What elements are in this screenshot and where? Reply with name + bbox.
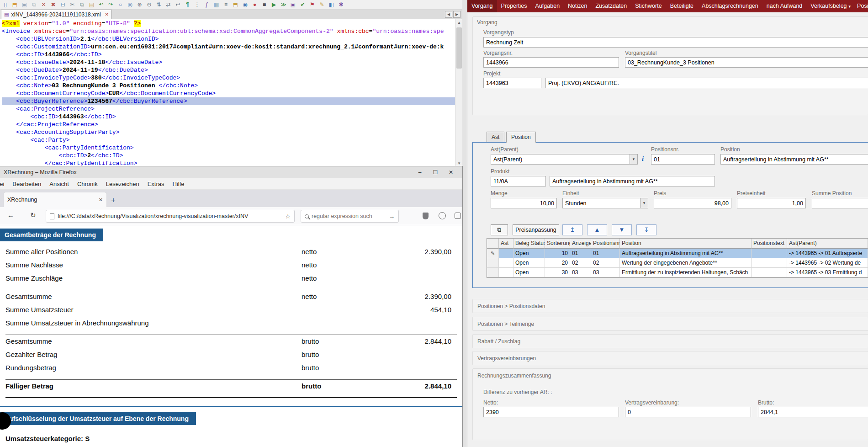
xml-line[interactable]: <cbc:DocumentCurrencyCode>EUR</cbc:Docum…	[2, 90, 455, 97]
menu-extras[interactable]: Extras	[143, 181, 169, 187]
grid-cell[interactable]: 30	[545, 268, 570, 277]
new-file-icon[interactable]: ▯	[1, 1, 10, 9]
paste-icon[interactable]: ▤	[87, 1, 96, 9]
grid-cell[interactable]: Ermittlung der zu inspizierenden Haltung…	[620, 268, 752, 277]
search-input[interactable]: regular expression such	[312, 213, 386, 219]
tab-close-icon[interactable]: ✕	[105, 12, 109, 17]
xml-line[interactable]: <cac:Party>	[2, 136, 455, 144]
macro-save-icon[interactable]: ▣	[289, 1, 297, 9]
section-positionen-teilmenge[interactable]: Positionen > Teilmenge	[472, 317, 868, 331]
editor-file-tab[interactable]: ▤ xINV_1443966-20241119110318.xml ✕	[1, 10, 112, 19]
undo-icon[interactable]: ↶	[97, 1, 106, 9]
xml-line[interactable]: <cbc:CustomizationID>urn:cen.eu:en16931:…	[2, 43, 455, 51]
maximize-button[interactable]: ☐	[428, 169, 443, 176]
projekt-name-field[interactable]	[545, 78, 868, 88]
doc-list-icon[interactable]: ≡	[222, 1, 230, 9]
row-header[interactable]	[487, 268, 499, 277]
macro-stop-icon[interactable]: ■	[260, 1, 269, 9]
grid-cell[interactable]: -> 1443965 -> 01 Auftragserte	[787, 249, 868, 258]
word-wrap-icon[interactable]: ↩	[174, 1, 182, 9]
extensions-icon[interactable]	[455, 213, 461, 219]
vorgangstitel-field[interactable]	[625, 57, 868, 68]
grid-cell[interactable]: 02	[591, 258, 620, 268]
plugin-flag-icon[interactable]: ⚑	[308, 1, 317, 9]
find-icon[interactable]: ○	[116, 1, 125, 9]
xml-line[interactable]: <cbc:ID>1443966</cbc:ID>	[2, 51, 455, 59]
menge-field[interactable]	[491, 198, 557, 208]
plugin-pencil-icon[interactable]: ✎	[318, 1, 326, 9]
close-all-icon[interactable]: ✖	[49, 1, 58, 9]
vorgangsnr-field[interactable]	[483, 57, 619, 68]
grid-cell[interactable]: Auftragserteilung in Abstimmung mit AG**	[620, 249, 752, 258]
search-bar[interactable]: regular expression such →	[301, 210, 399, 223]
reload-button[interactable]: ↻	[30, 211, 36, 219]
move-top-button[interactable]: ↥	[562, 224, 582, 235]
zoom-out-icon[interactable]: ⊖	[145, 1, 153, 9]
ast-parent-select[interactable]: Ast(Parent) ▾	[491, 154, 638, 165]
close-button[interactable]: ✕	[443, 169, 459, 176]
grid-cell[interactable]: 03	[570, 268, 591, 277]
copy-row-button[interactable]: ⧉	[491, 224, 508, 235]
bookmark-star-icon[interactable]: ☆	[285, 213, 291, 220]
tab-ast[interactable]: Ast	[487, 132, 504, 142]
replace-icon[interactable]: ◎	[126, 1, 134, 9]
grid-cell[interactable]: -> 1443965 -> 03 Ermittlung d	[787, 268, 868, 277]
dropdown-caret-icon[interactable]: ▾	[849, 4, 853, 9]
xml-line[interactable]: <?xml version="1.0" encoding="UTF-8" ?>	[2, 20, 455, 27]
menu-hilfe[interactable]: Hilfe	[169, 181, 189, 187]
zoom-in-icon[interactable]: ⊕	[135, 1, 144, 9]
account-icon[interactable]	[439, 212, 446, 219]
tab-close-icon[interactable]: ✕	[99, 197, 103, 203]
produkt-nr-field[interactable]	[491, 176, 546, 186]
shield-icon[interactable]	[423, 213, 429, 219]
grid-cell[interactable]	[752, 258, 787, 268]
xml-line[interactable]: <cac:PartyIdentification>	[2, 144, 455, 152]
grid-cell[interactable]: Open	[513, 249, 545, 258]
grid-cell[interactable]: 01	[570, 249, 591, 258]
save-all-icon[interactable]: ⧉	[30, 1, 38, 9]
macro-run-multiple-icon[interactable]: ≫	[279, 1, 288, 9]
open-file-icon[interactable]: ⬒	[11, 1, 19, 9]
produkt-name-field[interactable]	[550, 176, 715, 186]
chevron-down-icon[interactable]: ▾	[640, 198, 648, 208]
grid-row[interactable]: ✎Open100101Auftragserteilung in Abstimmu…	[487, 249, 868, 258]
grid-cell[interactable]: Open	[513, 268, 545, 277]
summe-position-field[interactable]	[812, 198, 868, 208]
section-rabatt-zuschlag[interactable]: Rabatt / Zuschlag	[472, 334, 868, 348]
search-go-icon[interactable]: →	[389, 213, 395, 220]
xml-line[interactable]: <cbc:IssueDate>2024-11-18</cbc:IssueDate…	[2, 59, 455, 66]
grid-cell[interactable]: -> 1443965 -> 02 Wertung de	[787, 258, 868, 268]
menu-chronik[interactable]: Chronik	[73, 181, 102, 187]
menu-datei[interactable]: Datei	[0, 181, 8, 187]
plugin-check-icon[interactable]: ✔	[298, 1, 307, 9]
move-up-button[interactable]: ▲	[587, 224, 607, 235]
function-list-icon[interactable]: ƒ	[202, 1, 211, 9]
redo-icon[interactable]: ↷	[106, 1, 115, 9]
doc-map-icon[interactable]: ▥	[212, 1, 221, 9]
tab-scroll-right-icon[interactable]: ▶	[453, 11, 460, 18]
tab-scroll-left-icon[interactable]: ◀	[445, 11, 452, 18]
folder-workspace-icon[interactable]: ⬒	[231, 1, 240, 9]
row-header[interactable]	[487, 258, 499, 268]
url-text[interactable]: file:///C:/data/xRechnung/Visualization/…	[58, 213, 282, 219]
grid-cell[interactable]: Wertung der eingegebenen Angebote**	[620, 258, 752, 268]
xml-line[interactable]: <cbc:DueDate>2024-11-19</cbc:DueDate>	[2, 66, 455, 74]
header-tab-notizen[interactable]: Notizen	[564, 0, 591, 12]
header-tab-zusatzdaten[interactable]: Zusatzdaten	[591, 0, 631, 12]
preiseinheit-field[interactable]	[737, 198, 806, 208]
brutto-field[interactable]	[758, 407, 868, 417]
xml-line[interactable]: <cbc:ID>2</cbc:ID>	[2, 152, 455, 160]
indent-guide-icon[interactable]: ⋮	[193, 1, 201, 9]
monitoring-icon[interactable]: ◉	[241, 1, 249, 9]
header-tab-properties[interactable]: Properties	[497, 0, 531, 12]
grid-row[interactable]: Open300303Ermittlung der zu inspizierend…	[487, 268, 868, 277]
grid-cell[interactable]: Open	[513, 258, 545, 268]
scroll-up-icon[interactable]: ▲	[455, 19, 463, 27]
xml-line[interactable]: <cac:ProjectReference>	[2, 105, 455, 113]
grid-cell[interactable]	[499, 249, 513, 258]
scrollbar-thumb[interactable]	[456, 27, 462, 69]
header-tab-nach-aufwand[interactable]: nach Aufwand	[762, 0, 807, 12]
firefox-titlebar[interactable]: XRechnung – Mozilla Firefox – ☐ ✕	[0, 166, 462, 178]
header-tab-beteiligte[interactable]: Beteiligte	[666, 0, 698, 12]
xml-line[interactable]: </cac:ProjectReference>	[2, 121, 455, 128]
